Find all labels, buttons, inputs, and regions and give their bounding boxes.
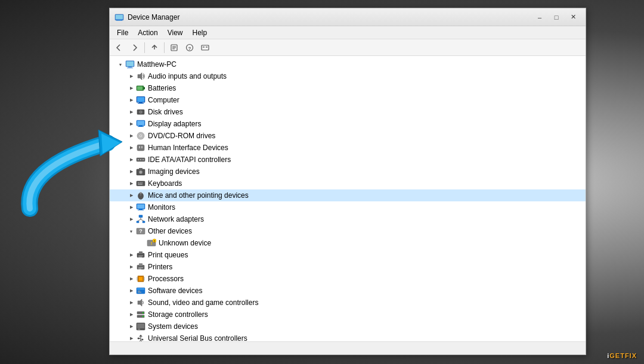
network-icon [136, 214, 145, 224]
svg-text:!: ! [154, 239, 155, 243]
forward-button[interactable] [128, 41, 142, 54]
network-expander[interactable] [126, 214, 136, 224]
system-expander[interactable] [126, 322, 136, 331]
mice-item[interactable]: Mice and other pointing devices [110, 189, 586, 201]
svg-rect-40 [141, 146, 143, 148]
device-tree[interactable]: Matthew-PC Audio inputs and outputs [110, 56, 586, 341]
monitors-item[interactable]: Monitors [110, 201, 586, 213]
up-button[interactable] [147, 41, 162, 54]
menu-view[interactable]: View [163, 27, 188, 38]
menu-help[interactable]: Help [188, 27, 212, 38]
system-item[interactable]: System devices [110, 321, 586, 332]
audio-item[interactable]: Audio inputs and outputs [110, 70, 586, 82]
svg-rect-15 [206, 46, 208, 48]
root-expander[interactable] [116, 60, 125, 69]
other-expander[interactable] [126, 226, 136, 236]
ide-expander[interactable] [126, 155, 136, 164]
audio-expander[interactable] [126, 71, 136, 81]
svg-text:?: ? [139, 228, 143, 234]
menu-bar: File Action View Help [110, 26, 586, 39]
display-expander[interactable] [126, 119, 136, 129]
show-hidden-button[interactable] [198, 41, 212, 54]
maximize-button[interactable]: □ [549, 11, 564, 23]
back-button[interactable] [112, 41, 126, 54]
network-item[interactable]: Network adapters [110, 213, 586, 225]
printers-label: Printers [148, 263, 172, 271]
batteries-expander[interactable] [126, 83, 136, 93]
hid-item[interactable]: Human Interface Devices [110, 142, 586, 154]
printq-item[interactable]: Print queues [110, 249, 586, 261]
monitors-label: Monitors [148, 203, 175, 211]
svg-rect-25 [137, 97, 144, 102]
keyboards-item[interactable]: Keyboards [110, 178, 586, 189]
display-label: Display adapters [148, 120, 201, 128]
printers-item[interactable]: Printers [110, 261, 586, 273]
storage-expander[interactable] [126, 310, 136, 319]
svg-rect-44 [143, 159, 144, 160]
dvd-label: DVD/CD-ROM drives [148, 132, 215, 140]
svg-marker-102 [139, 335, 143, 337]
svg-rect-79 [138, 267, 143, 268]
imaging-expander[interactable] [126, 167, 136, 176]
usb-item[interactable]: Universal Serial Bus controllers [110, 332, 586, 341]
svg-rect-100 [138, 329, 140, 329]
close-button[interactable]: ✕ [565, 11, 581, 23]
svg-rect-74 [139, 251, 143, 254]
dvd-expander[interactable] [126, 131, 136, 141]
software-item[interactable]: Software devices [110, 285, 586, 297]
svg-rect-58 [137, 204, 144, 209]
keyboards-expander[interactable] [126, 179, 136, 188]
svg-rect-4 [116, 15, 123, 19]
processors-item[interactable]: Processors [110, 273, 586, 285]
unknown-item[interactable]: ! ! Unknown device [110, 237, 586, 249]
keyboards-icon [136, 179, 145, 188]
computer-label: Computer [148, 96, 179, 104]
svg-rect-92 [138, 292, 141, 293]
svg-rect-62 [137, 221, 139, 223]
svg-rect-61 [139, 215, 143, 217]
svg-rect-77 [137, 265, 144, 269]
display-item[interactable]: Display adapters [110, 118, 586, 130]
printq-expander[interactable] [126, 250, 136, 260]
printers-expander[interactable] [126, 262, 136, 272]
disk-label: Disk drives [148, 108, 183, 116]
printers-icon [136, 262, 145, 272]
imaging-item[interactable]: Imaging devices [110, 166, 586, 178]
computer-icon [136, 95, 145, 105]
properties-button[interactable] [167, 41, 181, 54]
monitors-expander[interactable] [126, 203, 136, 212]
storage-item[interactable]: Storage controllers [110, 309, 586, 321]
hid-expander[interactable] [126, 143, 136, 153]
disk-item[interactable]: Disk drives [110, 106, 586, 118]
sound-expander[interactable] [126, 298, 136, 307]
svg-rect-82 [139, 277, 143, 281]
disk-expander[interactable] [126, 107, 136, 117]
menu-file[interactable]: File [112, 27, 133, 38]
processors-expander[interactable] [126, 274, 136, 284]
usb-expander[interactable] [126, 334, 136, 341]
other-devices-item[interactable]: ? Other devices [110, 225, 586, 237]
menu-action[interactable]: Action [133, 27, 162, 38]
computer-expander[interactable] [126, 95, 136, 105]
sound-item[interactable]: Sound, video and game controllers [110, 297, 586, 309]
svg-rect-60 [138, 210, 144, 210]
svg-rect-18 [128, 67, 132, 68]
minimize-button[interactable]: – [532, 11, 547, 23]
storage-icon [136, 310, 145, 319]
svg-marker-93 [138, 299, 142, 306]
mice-expander[interactable] [126, 191, 136, 200]
keyboards-label: Keyboards [148, 179, 182, 188]
dvd-item[interactable]: DVD/CD-ROM drives [110, 130, 586, 142]
tree-root-item[interactable]: Matthew-PC [110, 58, 586, 70]
imaging-icon [136, 167, 145, 176]
watermark: iGETFIX [607, 352, 637, 359]
toolbar: ? [110, 39, 586, 56]
toolbar-separator-2 [164, 42, 165, 53]
svg-rect-52 [141, 182, 143, 183]
ide-item[interactable]: IDE ATA/ATAPI controllers [110, 154, 586, 166]
software-expander[interactable] [126, 286, 136, 295]
computer-item[interactable]: Computer [110, 94, 586, 106]
help-button[interactable]: ? [182, 41, 197, 54]
svg-text:!: ! [151, 241, 153, 246]
batteries-item[interactable]: Batteries [110, 82, 586, 94]
